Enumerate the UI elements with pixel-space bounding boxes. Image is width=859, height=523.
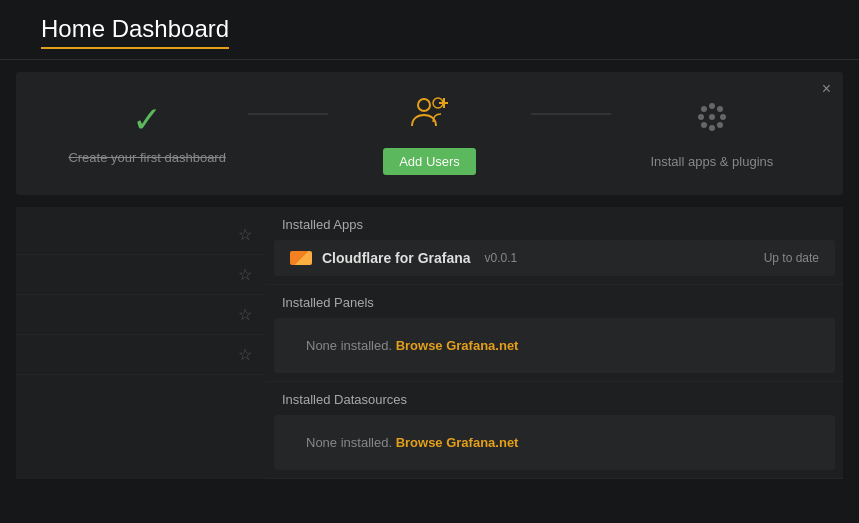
datasources-empty-item: None installed. Browse Grafana.net <box>274 415 835 470</box>
datasources-browse-link[interactable]: Browse Grafana.net <box>396 435 519 450</box>
app-info: Cloudflare for Grafana v0.0.1 <box>290 250 517 266</box>
step-install-apps: Install apps & plugins <box>611 98 813 169</box>
cloudflare-app-item: Cloudflare for Grafana v0.0.1 Up to date <box>274 240 835 276</box>
sidebar-item-4[interactable]: ☆ <box>16 335 266 375</box>
step-connector-1 <box>248 113 328 115</box>
svg-point-9 <box>701 106 707 112</box>
svg-point-10 <box>717 122 723 128</box>
header: Home Dashboard <box>0 0 859 60</box>
star-icon-4: ☆ <box>238 345 252 364</box>
svg-point-4 <box>709 114 715 120</box>
star-icon-2: ☆ <box>238 265 252 284</box>
installed-apps-header: Installed Apps <box>266 207 843 240</box>
close-button[interactable]: × <box>822 80 831 98</box>
svg-point-5 <box>709 103 715 109</box>
main-area: ☆ ☆ ☆ ☆ Installed Apps Cloudflare for Gr… <box>16 207 843 479</box>
cloudflare-icon <box>290 251 312 265</box>
content-panel: Installed Apps Cloudflare for Grafana v0… <box>266 207 843 479</box>
step-add-users: Add Users <box>328 92 530 175</box>
panels-empty-item: None installed. Browse Grafana.net <box>274 318 835 373</box>
svg-point-0 <box>418 99 430 111</box>
check-icon: ✓ <box>132 102 162 138</box>
svg-point-8 <box>720 114 726 120</box>
welcome-banner: × ✓ Create your first dashboard Add User… <box>16 72 843 195</box>
add-users-button[interactable]: Add Users <box>383 148 476 175</box>
step-create-dashboard: ✓ Create your first dashboard <box>46 102 248 165</box>
svg-point-7 <box>698 114 704 120</box>
users-icon <box>410 92 448 136</box>
installed-datasources-header: Installed Datasources <box>266 382 843 415</box>
installed-apps-section: Installed Apps Cloudflare for Grafana v0… <box>266 207 843 285</box>
sidebar: ☆ ☆ ☆ ☆ <box>16 207 266 479</box>
panels-browse-link[interactable]: Browse Grafana.net <box>396 338 519 353</box>
installed-panels-header: Installed Panels <box>266 285 843 318</box>
svg-point-11 <box>717 106 723 112</box>
sidebar-item-1[interactable]: ☆ <box>16 215 266 255</box>
sidebar-item-2[interactable]: ☆ <box>16 255 266 295</box>
sidebar-item-3[interactable]: ☆ <box>16 295 266 335</box>
svg-point-6 <box>709 125 715 131</box>
step-create-label: Create your first dashboard <box>68 150 226 165</box>
star-icon-3: ☆ <box>238 305 252 324</box>
step-install-label: Install apps & plugins <box>650 154 773 169</box>
star-icon-1: ☆ <box>238 225 252 244</box>
panels-empty-text: None installed. Browse Grafana.net <box>290 328 534 363</box>
app-name: Cloudflare for Grafana <box>322 250 471 266</box>
installed-panels-section: Installed Panels None installed. Browse … <box>266 285 843 382</box>
apps-icon <box>693 98 731 142</box>
app-version: v0.0.1 <box>485 251 518 265</box>
svg-point-12 <box>701 122 707 128</box>
step-connector-2 <box>531 113 611 115</box>
app-status: Up to date <box>764 251 819 265</box>
datasources-empty-text: None installed. Browse Grafana.net <box>290 425 534 460</box>
page-title: Home Dashboard <box>41 15 229 49</box>
installed-datasources-section: Installed Datasources None installed. Br… <box>266 382 843 479</box>
